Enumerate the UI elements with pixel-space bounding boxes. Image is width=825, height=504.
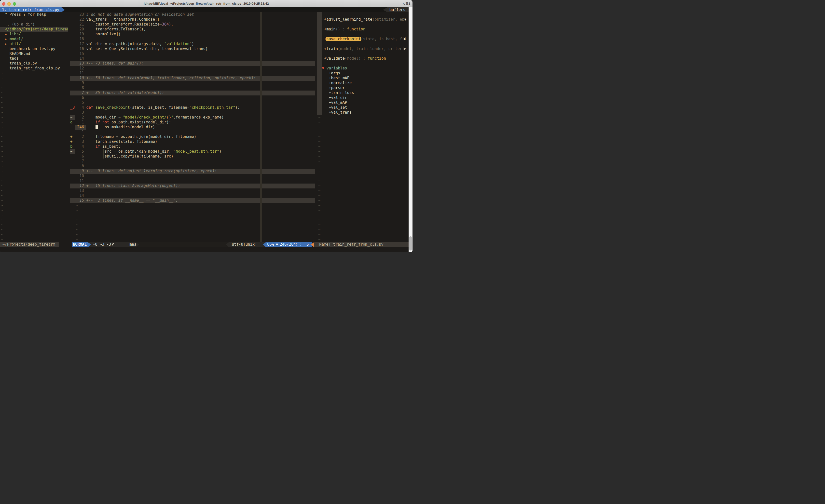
empty-line: ~ xyxy=(0,100,68,105)
powerline-arrow-icon xyxy=(136,242,139,247)
empty-line: ~ xyxy=(0,218,68,223)
scrollbar-track[interactable] xyxy=(408,7,412,252)
tag-adjust-learning-rate[interactable]: +adjust_learning_rate(optimizer, epo> xyxy=(317,17,409,22)
buffers-label: buffers xyxy=(383,7,409,12)
line-number-icon: L N xyxy=(296,243,297,246)
code-line[interactable]: 1 xyxy=(70,130,315,135)
fold-line-adjust-lr[interactable]: 9 +-- 9 lines: def adjust_learning_rate(… xyxy=(70,169,315,174)
fold-line-main-guard[interactable]: 15 +-- 2 lines: if __name__ == "__main__… xyxy=(70,198,315,203)
code-line[interactable]: 9 xyxy=(70,81,315,86)
tree-item-model[interactable]: ▸ model/ xyxy=(0,37,68,42)
code-line[interactable]: 6 │shutil.copyfile(filename, src) xyxy=(70,154,315,159)
fold-line-averagemeter[interactable]: 12 +-- 15 lines: class AverageMeter(obje… xyxy=(70,183,315,188)
fold-line-main[interactable]: 13 +-- 73 lines: def main(): xyxy=(70,61,315,66)
tag-line[interactable] xyxy=(317,52,409,57)
code-line[interactable]: 3 xyxy=(70,110,315,115)
code-line[interactable]: 12 xyxy=(70,66,315,71)
tree-item-benchmark[interactable]: benchmark_on_test.py xyxy=(0,47,68,52)
code-line[interactable]: 5 xyxy=(70,100,315,105)
tag-val-trans[interactable]: +val_trans xyxy=(317,110,409,115)
tag-parser[interactable]: +parser xyxy=(317,86,409,91)
code-line[interactable]: 7 xyxy=(70,159,315,164)
fold-line-train[interactable]: 10 +-- 50 lines: def train(model, train_… xyxy=(70,76,315,81)
code-line[interactable]: + 3 torch.save(state, filename) xyxy=(70,139,315,144)
code-line[interactable]: 8 xyxy=(70,164,315,169)
tree-item-train-retr[interactable]: train_retr_from_cls.py xyxy=(0,66,68,71)
code-line[interactable]: _3 4 def save_checkpoint(state, is_best,… xyxy=(70,105,315,110)
code-line[interactable]: 11 xyxy=(70,179,315,183)
tree-line[interactable] xyxy=(0,17,68,22)
tag-line[interactable] xyxy=(317,42,409,47)
code-line[interactable]: b 4 if is_best: xyxy=(70,144,315,149)
cursor-column: : 5 xyxy=(297,242,309,247)
code-line[interactable]: 16 val_set = QuerySet(root=val_dir, tran… xyxy=(70,47,315,52)
truncation-marker: > xyxy=(404,17,406,22)
tree-item-tags[interactable]: tags xyxy=(0,56,68,61)
tree-root[interactable]: </jdhao/Projects/deep_firear> xyxy=(0,27,68,32)
tag-line[interactable] xyxy=(317,22,409,27)
code-line[interactable]: 14 xyxy=(70,56,315,61)
empty-line: ~ xyxy=(0,208,68,213)
fold-line-validate[interactable]: 7 +-- 35 lines: def validate(model): xyxy=(70,91,315,95)
code-line[interactable]: ~ 2 model_dir = "model/check_point/{}".f… xyxy=(70,115,315,120)
empty-line: ~ xyxy=(317,174,409,179)
cursor-line[interactable]: 246 os.makedirs(model_dir) xyxy=(70,125,315,130)
code-line[interactable]: ~ 5 │src = os.path.join(model_dir, "mode… xyxy=(70,149,315,154)
tag-line[interactable] xyxy=(317,12,409,17)
empty-line: ~ xyxy=(0,213,68,218)
tab-train-retr-from-cls[interactable]: 1. train_retr_from_cls.py xyxy=(0,7,65,12)
code-line[interactable]: 19 normalize]) xyxy=(70,32,315,37)
tag-main[interactable]: +main() : function xyxy=(317,27,409,32)
tag-best-mAP[interactable]: +best_mAP xyxy=(317,76,409,81)
code-line[interactable]: 8 xyxy=(70,86,315,91)
tree-item-libs[interactable]: ▸ libs/ xyxy=(0,32,68,37)
scrollbar-thumb[interactable] xyxy=(409,236,412,251)
code-line[interactable]: 22 val_trans = transforms.Compose([ xyxy=(70,17,315,22)
empty-line: ~ xyxy=(70,203,315,208)
code-line[interactable]: 18 xyxy=(70,37,315,42)
code-line[interactable]: 6 xyxy=(70,95,315,100)
tag-val-set[interactable]: +val_set xyxy=(317,105,409,110)
code-lines: 23 # do not do data augmentation on vali… xyxy=(70,12,315,242)
empty-line: ~ xyxy=(317,125,409,130)
window-separator-right[interactable] xyxy=(316,12,316,242)
tree-up-dir[interactable]: .. (up a dir) xyxy=(0,22,68,27)
code-line[interactable]: 20 transforms.ToTensor(), xyxy=(70,27,315,32)
command-line[interactable] xyxy=(0,247,412,252)
statusline-file-segment: train_retr_from_cls.py python xyxy=(136,242,229,247)
tag-validate[interactable]: +validate(model) : function xyxy=(317,56,409,61)
code-line[interactable]: a 1 if not os.path.exists(model_dir): xyxy=(70,120,315,125)
tree-item-util[interactable]: ▸ util/ xyxy=(0,42,68,47)
empty-line: ~ xyxy=(70,237,315,242)
titlebar[interactable]: jdhao-MBP.local~/Projects/deep_firearm/t… xyxy=(0,0,412,8)
tag-line[interactable] xyxy=(317,61,409,66)
tag-args[interactable]: +args xyxy=(317,71,409,76)
code-line[interactable]: + 2 filename = os.path.join(model_dir, f… xyxy=(70,135,315,139)
code-line[interactable]: 23 # do not do data augmentation on vali… xyxy=(70,12,315,17)
empty-line: ~ xyxy=(0,110,68,115)
tag-kind-variables[interactable]: ▼ variables xyxy=(317,66,409,71)
code-line[interactable]: 14 xyxy=(70,193,315,198)
tag-val-mAP[interactable]: +val_mAP xyxy=(317,100,409,105)
color-column xyxy=(260,12,262,242)
empty-line: ~ xyxy=(0,169,68,174)
empty-line: ~ xyxy=(0,144,68,149)
tag-line[interactable] xyxy=(317,32,409,37)
code-line[interactable]: 13 xyxy=(70,188,315,193)
tag-normalize[interactable]: +normalize xyxy=(317,81,409,86)
tag-train[interactable]: +train(model, train_loader, criterio> xyxy=(317,47,409,52)
empty-line: ~ xyxy=(317,237,409,242)
code-line[interactable]: 11 xyxy=(70,71,315,76)
tree-item-train-cls[interactable]: train_cls.py xyxy=(0,61,68,66)
code-line[interactable]: 17 val_dir = os.path.join(args.data, "va… xyxy=(70,42,315,47)
tag-save-checkpoint[interactable]: +save_checkpoint(state, is_best, fil> xyxy=(317,37,409,42)
empty-line: ~ xyxy=(70,213,315,218)
tag-val-dir[interactable]: +val_dir xyxy=(317,95,409,100)
window-separator-left[interactable] xyxy=(69,12,69,242)
tag-train-loss[interactable]: +train_loss xyxy=(317,91,409,95)
code-line[interactable]: 10 xyxy=(70,174,315,179)
empty-line: ~ xyxy=(0,115,68,120)
code-line[interactable]: 21 custom_transform.Resize(size=384), xyxy=(70,22,315,27)
tree-item-readme[interactable]: README.md xyxy=(0,52,68,57)
code-line[interactable]: 15 xyxy=(70,52,315,57)
